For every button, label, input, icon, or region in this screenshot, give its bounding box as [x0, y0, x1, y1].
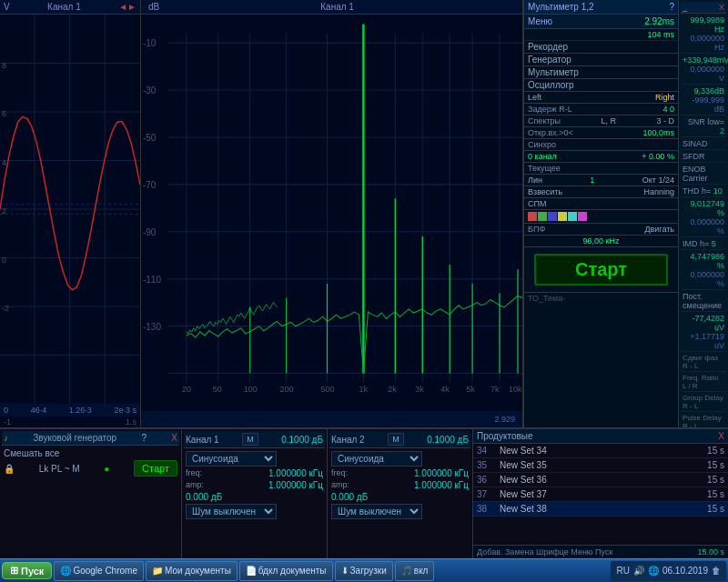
- mm-dc-label: Пост. смещение: [681, 291, 726, 312]
- main-container: V Канал 1 ◄► 8: [0, 0, 728, 582]
- mm-question[interactable]: ?: [669, 2, 674, 12]
- pl-num: 36: [477, 475, 500, 485]
- gen-start-btn[interactable]: Старт: [134, 460, 177, 477]
- svg-text:10k: 10k: [509, 385, 522, 394]
- gen-icon: ♪: [4, 433, 8, 443]
- svg-text:1k: 1k: [359, 385, 368, 394]
- spectrum-header: dB Канал 1: [141, 0, 522, 15]
- hanning-label[interactable]: Hanning: [643, 187, 674, 196]
- multimeter-panel: Мультиметр 1,2 ? Меню 2.92ms 104 ms Реко…: [523, 0, 678, 427]
- list-item[interactable]: 35 New Set 35 15 s: [473, 458, 728, 473]
- color-sq-5[interactable]: [568, 212, 577, 221]
- far-right-header: _ X: [681, 2, 726, 14]
- weigh-row: Взвесить Hanning: [524, 186, 678, 198]
- list-item[interactable]: 38 New Set 38 15 s: [473, 502, 728, 517]
- gen-question[interactable]: ?: [141, 433, 147, 443]
- ch1-wave-row: Синусоида: [184, 450, 325, 467]
- ch1-wave-select[interactable]: Синусоида: [186, 451, 277, 467]
- start-label: Пуск: [21, 566, 44, 577]
- ch1-noise-select[interactable]: Шум выключен: [186, 504, 277, 519]
- multimeter-item[interactable]: Мультиметр: [524, 66, 678, 79]
- spectra-3d[interactable]: 3 - D: [656, 116, 674, 125]
- mm-menu-label[interactable]: Меню: [528, 16, 552, 26]
- mm-header: Мультиметр 1,2 ?: [524, 0, 678, 15]
- pl-time: 15 s: [693, 489, 724, 499]
- spectra-label[interactable]: Спектры: [528, 116, 561, 125]
- list-item[interactable]: 34 New Set 34 15 s: [473, 444, 728, 458]
- list-item[interactable]: 36 New Set 36 15 s: [473, 473, 728, 487]
- osc-footer: 0 46·4 1.26·3 2e·3 s: [0, 404, 140, 416]
- ch1-m-btn[interactable]: M: [242, 433, 258, 446]
- taskbar-files-btn[interactable]: 📄 бдкл документы: [239, 561, 333, 581]
- svg-text:-10: -10: [143, 38, 157, 48]
- color-sq-3[interactable]: [548, 212, 557, 221]
- pl-close[interactable]: X: [718, 431, 724, 441]
- start-menu-button[interactable]: ⊞ Пуск: [2, 562, 52, 579]
- taskbar-chrome-btn[interactable]: 🌐 Google Chrome: [54, 561, 144, 581]
- pl-name: New Set 38: [500, 504, 693, 514]
- taskbar-app-btn[interactable]: 🎵 вкл: [395, 561, 435, 581]
- start-button[interactable]: Старт: [534, 254, 668, 286]
- minimize-icon[interactable]: _: [682, 3, 687, 12]
- lin-label[interactable]: Лин: [528, 176, 542, 185]
- ch2-noise-select[interactable]: Шум выключен: [331, 504, 422, 519]
- ch1-freq-row: freq: 1.000000 кГц: [184, 467, 325, 479]
- ch2-wave-select[interactable]: Синусоида: [331, 451, 422, 467]
- osc-header: V Канал 1 ◄►: [0, 0, 140, 15]
- recorder-item[interactable]: Рекордер: [524, 41, 678, 54]
- gen-lk-label: Lk PL ~ M: [39, 464, 80, 474]
- pl-num: 38: [477, 504, 500, 514]
- mm-time1: 2.92ms: [644, 16, 674, 26]
- close-icon[interactable]: X: [719, 3, 724, 12]
- mm-time2-row: 104 ms: [524, 29, 678, 41]
- sync-val: + 0.00 %: [642, 152, 674, 161]
- gen-lk-row: 🔒 Lk PL ~ M ● Старт: [2, 459, 179, 477]
- svg-text:3k: 3k: [415, 385, 424, 394]
- ch2-label: Канал 2: [331, 435, 365, 445]
- ch2-noise-row: Шум выключен: [329, 503, 470, 520]
- oct-label[interactable]: Окт 1/24: [642, 176, 674, 185]
- taskbar-downloads-btn[interactable]: ⬇ Загрузки: [335, 561, 393, 581]
- osc-x-start: 0: [4, 406, 8, 415]
- mm-title: Мультиметр 1,2: [528, 2, 594, 12]
- gen-mix-label: Смешать все: [4, 448, 59, 458]
- sync-channel: 0 канал: [528, 152, 557, 161]
- right-btn[interactable]: Right: [655, 93, 674, 102]
- ch2-m-btn[interactable]: M: [388, 433, 404, 446]
- gen-title: Звуковой генератор: [33, 433, 116, 443]
- gen-close[interactable]: X: [171, 433, 177, 443]
- generator-item[interactable]: Генератор: [524, 54, 678, 66]
- color-sq-6[interactable]: [578, 212, 587, 221]
- lin-val: 1: [590, 176, 594, 185]
- left-btn[interactable]: Left: [528, 93, 541, 102]
- spm-label[interactable]: СПМ: [528, 199, 546, 208]
- chrome-icon: 🌐: [60, 566, 71, 576]
- spectrum-canvas: -10 -30 -50 -70 -90 -110 -130 20 50 100 …: [141, 15, 522, 411]
- taskbar-docs-btn[interactable]: 📁 Мои документы: [146, 561, 238, 581]
- color-sq-1[interactable]: [528, 212, 537, 221]
- spectra-lr[interactable]: L, R: [601, 116, 616, 125]
- svg-text:7k: 7k: [490, 385, 500, 394]
- mm-sinad: SINAD: [681, 138, 726, 150]
- ch2-wave-row: Синусоида: [329, 450, 470, 467]
- mm-data-freq: 999,9989 Hz 0,000000 Hz: [681, 15, 726, 54]
- weigh-label[interactable]: Взвесить: [528, 187, 562, 196]
- color-sq-4[interactable]: [558, 212, 567, 221]
- ch1-amp: 1.000000 кГц: [268, 480, 323, 490]
- ch1-freq: 1.000000 кГц: [268, 468, 323, 478]
- start-icon: ⊞: [10, 565, 18, 577]
- list-item[interactable]: 37 New Set 37 15 s: [473, 487, 728, 502]
- sync-label-row: Синхро: [524, 139, 678, 151]
- pl-time: 15 s: [693, 446, 724, 456]
- ch1-header: Канал 1 M 0.1000 дБ: [184, 431, 325, 448]
- color-sq-2[interactable]: [538, 212, 547, 221]
- gen-mix-row: Смешать все: [2, 447, 179, 459]
- osc-canvas: 8 6 4 2 0 -2: [0, 15, 140, 404]
- oscillograph-item[interactable]: Осциллогр: [524, 79, 678, 92]
- mm-enob: ENOB Carrier: [681, 164, 726, 185]
- osc-channel-label: Канал 1: [47, 2, 81, 12]
- bpf-action[interactable]: Двигать: [644, 225, 674, 234]
- pl-num: 37: [477, 489, 500, 499]
- oscilloscope-panel: V Канал 1 ◄► 8: [0, 0, 141, 427]
- pl-time: 15 s: [693, 504, 724, 514]
